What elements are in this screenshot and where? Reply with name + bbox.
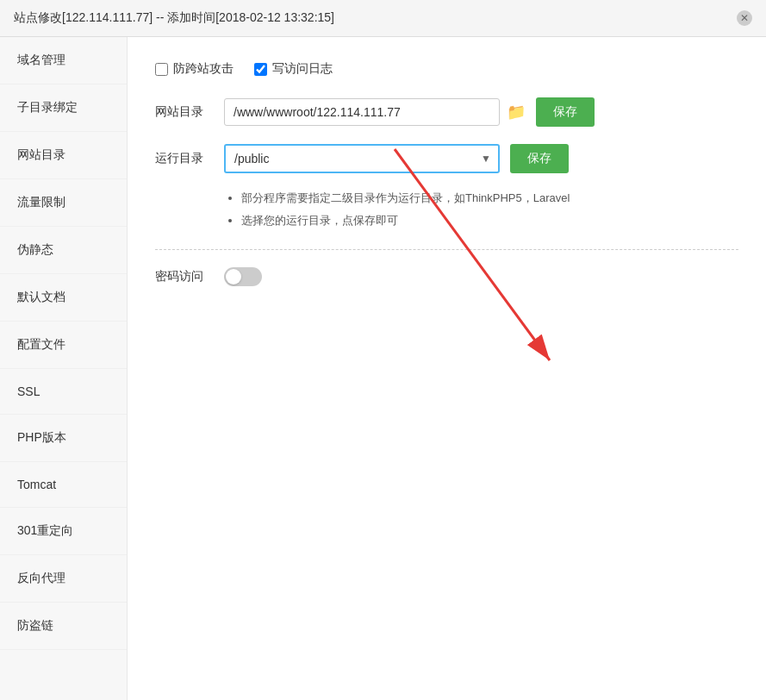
sidebar-item-domain[interactable]: 域名管理 bbox=[0, 37, 127, 84]
sidebar-item-301[interactable]: 301重定向 bbox=[0, 508, 127, 555]
anti-hotlink-text: 防跨站攻击 bbox=[173, 61, 234, 77]
hint-item-2: 选择您的运行目录，点保存即可 bbox=[241, 213, 738, 228]
access-log-checkbox[interactable] bbox=[254, 63, 267, 76]
sidebar-item-traffic[interactable]: 流量限制 bbox=[0, 179, 127, 227]
run-dir-select[interactable]: /public / /app /web bbox=[224, 144, 500, 173]
title-bar: 站点修改[122.114.111.77] -- 添加时间[2018-02-12 … bbox=[0, 0, 766, 37]
website-dir-label: 网站目录 bbox=[155, 104, 224, 120]
sidebar-item-webdir[interactable]: 网站目录 bbox=[0, 132, 127, 179]
sidebar: 域名管理 子目录绑定 网站目录 流量限制 伪静态 默认文档 配置文件 SSL P… bbox=[0, 37, 128, 700]
sidebar-item-hotlink[interactable]: 防盗链 bbox=[0, 603, 127, 650]
anti-hotlink-checkbox[interactable] bbox=[155, 63, 168, 76]
website-dir-input[interactable] bbox=[224, 98, 500, 126]
folder-icon[interactable]: 📁 bbox=[507, 103, 526, 122]
divider bbox=[155, 249, 738, 250]
hint-item-1: 部分程序需要指定二级目录作为运行目录，如ThinkPHP5，Laravel bbox=[241, 191, 738, 206]
arrow-annotation bbox=[300, 141, 576, 385]
content-area: 防跨站攻击 写访问日志 网站目录 📁 保存 运行目录 /public bbox=[128, 37, 766, 700]
close-button[interactable]: ✕ bbox=[737, 10, 752, 26]
password-access-row: 密码访问 bbox=[155, 267, 738, 286]
access-log-label[interactable]: 写访问日志 bbox=[254, 61, 333, 77]
sidebar-item-proxy[interactable]: 反向代理 bbox=[0, 555, 127, 603]
main-window: 站点修改[122.114.111.77] -- 添加时间[2018-02-12 … bbox=[0, 0, 766, 700]
access-log-text: 写访问日志 bbox=[272, 61, 333, 77]
svg-line-1 bbox=[395, 149, 550, 360]
run-dir-label: 运行目录 bbox=[155, 151, 224, 166]
run-dir-row: 运行目录 /public / /app /web ▼ 保存 bbox=[155, 144, 738, 173]
website-dir-save-button[interactable]: 保存 bbox=[536, 97, 595, 127]
hints-list: 部分程序需要指定二级目录作为运行目录，如ThinkPHP5，Laravel 选择… bbox=[224, 191, 738, 228]
sidebar-item-default-doc[interactable]: 默认文档 bbox=[0, 274, 127, 322]
main-layout: 域名管理 子目录绑定 网站目录 流量限制 伪静态 默认文档 配置文件 SSL P… bbox=[0, 37, 766, 700]
run-dir-select-wrapper: /public / /app /web ▼ bbox=[224, 144, 500, 173]
anti-hotlink-label[interactable]: 防跨站攻击 bbox=[155, 61, 234, 77]
run-dir-save-button[interactable]: 保存 bbox=[510, 144, 569, 173]
sidebar-item-php[interactable]: PHP版本 bbox=[0, 415, 127, 462]
sidebar-item-tomcat[interactable]: Tomcat bbox=[0, 462, 127, 508]
toggle-knob bbox=[226, 269, 241, 284]
website-dir-row: 网站目录 📁 保存 bbox=[155, 97, 738, 127]
sidebar-item-rewrite[interactable]: 伪静态 bbox=[0, 227, 127, 274]
password-access-toggle[interactable] bbox=[224, 267, 262, 286]
sidebar-item-config[interactable]: 配置文件 bbox=[0, 322, 127, 369]
checkbox-group: 防跨站攻击 写访问日志 bbox=[155, 61, 738, 77]
window-title: 站点修改[122.114.111.77] -- 添加时间[2018-02-12 … bbox=[14, 10, 334, 26]
sidebar-item-subdir[interactable]: 子目录绑定 bbox=[0, 84, 127, 132]
password-access-label: 密码访问 bbox=[155, 269, 224, 284]
sidebar-item-ssl[interactable]: SSL bbox=[0, 369, 127, 415]
